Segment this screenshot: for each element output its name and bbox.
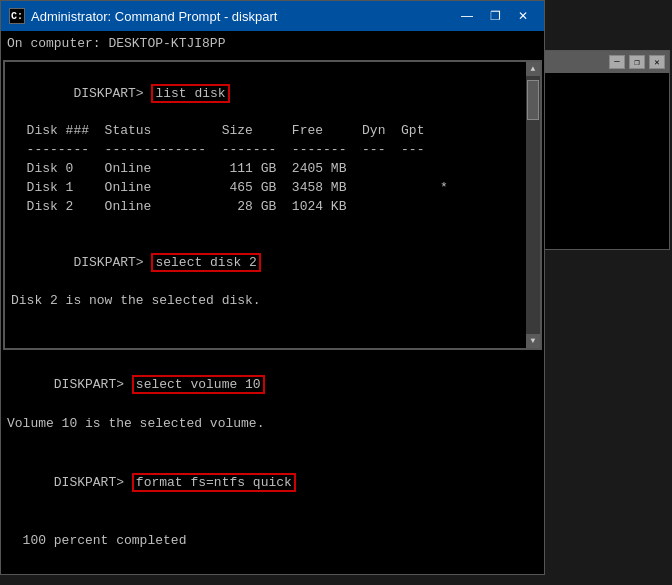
bottom-section: DISKPART> select volume 10 Volume 10 is …: [1, 352, 544, 574]
cmd2-line: DISKPART> select disk 2: [11, 235, 522, 292]
cmd5-line: DISKPART> format fs=ntfs quick: [7, 453, 538, 512]
top-section[interactable]: DISKPART> list disk Disk ### Status Size…: [3, 60, 542, 350]
disk0-row: Disk 0 Online 111 GB 2405 MB: [11, 160, 522, 179]
disk1-row: Disk 1 Online 465 GB 3458 MB *: [11, 179, 522, 198]
restore-button[interactable]: ❐: [482, 6, 508, 26]
cmd3-highlight: list volume: [151, 348, 245, 350]
cmd2-highlight: select disk 2: [151, 253, 260, 272]
computer-line: On computer: DESKTOP-KTJI8PP: [7, 35, 526, 54]
titlebar: C: Administrator: Command Prompt - diskp…: [1, 1, 544, 31]
disk2-row: Disk 2 Online 28 GB 1024 KB: [11, 198, 522, 217]
empty2: [11, 311, 522, 330]
scrollbar-thumb[interactable]: [527, 80, 539, 120]
window-title: Administrator: Command Prompt - diskpart: [31, 9, 454, 24]
secondary-window: — ❐ ✕: [540, 50, 670, 250]
empty1: [11, 217, 522, 236]
vol-selected-msg: Volume 10 is the selected volume.: [7, 414, 538, 434]
cmd4-line: DISKPART> select volume 10: [7, 356, 538, 415]
empty-b3: [7, 551, 538, 571]
cmd2-prompt: DISKPART>: [73, 255, 151, 270]
main-window: C: Administrator: Command Prompt - diskp…: [0, 0, 545, 575]
top-scrollbar[interactable]: ▲ ▼: [526, 62, 540, 348]
cmd1-prompt: DISKPART>: [73, 86, 151, 101]
scrollbar-down-arrow[interactable]: ▼: [526, 334, 540, 348]
minimize-button[interactable]: —: [454, 6, 480, 26]
titlebar-controls: — ❐ ✕: [454, 6, 536, 26]
cmd5-highlight: format fs=ntfs quick: [132, 473, 296, 492]
cmd1-highlight: list disk: [151, 84, 229, 103]
disk2-msg: Disk 2 is now the selected disk.: [11, 292, 522, 311]
cmd1-line: DISKPART> list disk: [11, 66, 522, 123]
cmd3-line: DISKPART> list volume: [11, 330, 522, 350]
cmd4-prompt: DISKPART>: [54, 377, 132, 392]
disk-separator: -------- ------------- ------- ------- -…: [11, 141, 522, 160]
empty-b2: [7, 512, 538, 532]
empty-b1: [7, 434, 538, 454]
secondary-minimize-button[interactable]: —: [609, 55, 625, 69]
percent-msg: 100 percent completed: [7, 531, 538, 551]
close-button[interactable]: ✕: [510, 6, 536, 26]
cmd4-highlight: select volume 10: [132, 375, 265, 394]
secondary-close-button[interactable]: ✕: [649, 55, 665, 69]
app-icon: C:: [9, 8, 25, 24]
secondary-restore-button[interactable]: ❐: [629, 55, 645, 69]
scrollbar-up-arrow[interactable]: ▲: [526, 62, 540, 76]
success-msg: DiskPart successfully formatted the volu…: [7, 570, 538, 574]
computer-line-area: On computer: DESKTOP-KTJI8PP: [1, 31, 544, 58]
secondary-titlebar: — ❐ ✕: [541, 51, 669, 73]
disk-header: Disk ### Status Size Free Dyn Gpt: [11, 122, 522, 141]
top-terminal-content: DISKPART> list disk Disk ### Status Size…: [5, 62, 540, 350]
cmd5-prompt: DISKPART>: [54, 475, 132, 490]
